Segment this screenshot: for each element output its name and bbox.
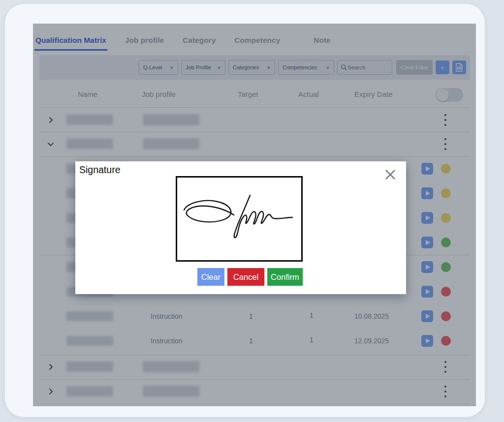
outer-card: Qualification Matrix Job profile Categor… — [5, 4, 485, 417]
close-icon[interactable] — [384, 168, 397, 181]
modal-title: Signature — [79, 164, 120, 176]
signature-modal: Signature Clear Cancel Confirm — [75, 161, 406, 294]
clear-button[interactable]: Clear — [197, 268, 224, 286]
confirm-button[interactable]: Confirm — [267, 268, 303, 286]
cancel-button[interactable]: Cancel — [227, 268, 264, 286]
signature-canvas[interactable] — [176, 176, 303, 262]
signature-stroke — [177, 178, 301, 260]
modal-button-row: Clear Cancel Confirm — [197, 268, 303, 286]
